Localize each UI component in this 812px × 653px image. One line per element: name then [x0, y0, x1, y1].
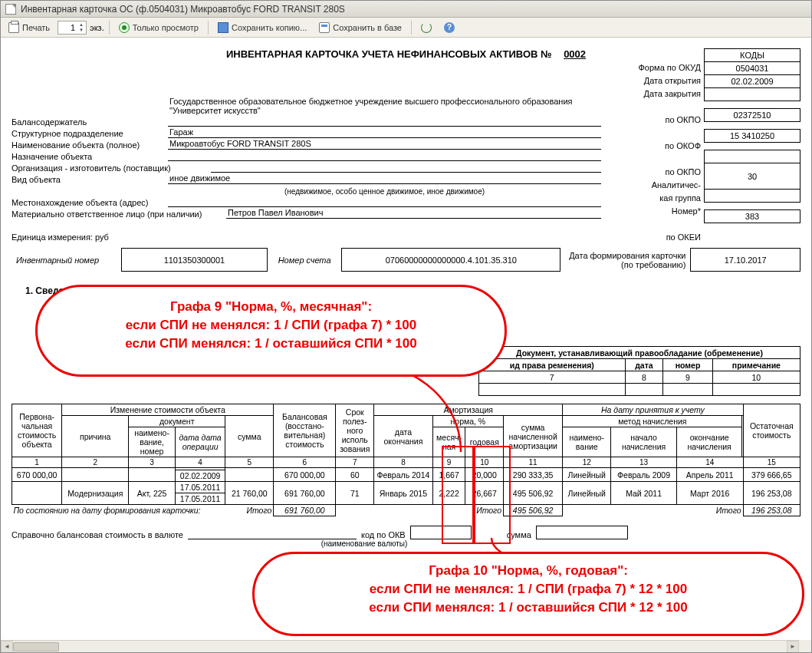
floppy-icon — [218, 22, 228, 33]
currency-footer: Справочно балансовая стоимость в валюте … — [12, 526, 800, 539]
horizontal-scrollbar[interactable]: ◄ ► — [1, 640, 799, 652]
ownership-docs-panel: Документ, устанавливающий правообладание… — [478, 341, 800, 396]
code-okud: 0504031 — [705, 62, 800, 75]
form-date-value: 17.10.2017 — [691, 249, 800, 272]
unit-value: Гараж — [168, 127, 601, 138]
spinner-up-icon[interactable]: ▲ — [77, 22, 86, 28]
copies-suffix: экз. — [90, 23, 104, 32]
responsible-value: Петров Павел Иванович — [226, 208, 601, 219]
eye-icon — [119, 22, 130, 33]
scroll-right-icon[interactable]: ► — [787, 641, 799, 653]
help-icon: ? — [444, 22, 455, 33]
code-open-date: 02.02.2009 — [705, 75, 800, 88]
docs-header: Документ, устанавливающий правообладание… — [479, 347, 800, 359]
kind-hint: (недвижимое, особо ценное движимое, иное… — [168, 187, 601, 196]
object-label: Наименование объекта (полное) — [12, 140, 168, 150]
scrollbar-thumb[interactable] — [13, 642, 59, 651]
document-number: 0002 — [564, 48, 586, 60]
balance-holder-value: Государственное образовательное бюджетно… — [168, 97, 601, 115]
separator — [109, 21, 110, 35]
help-button[interactable]: ? — [439, 20, 459, 35]
annotation-callout-1: Графа 9 "Норма, %, месячная": если СПИ н… — [35, 285, 507, 377]
refresh-button[interactable] — [416, 20, 436, 35]
database-icon — [319, 22, 330, 33]
account-value: 07060000000000000.4.101.35.310 — [342, 249, 561, 272]
purpose-label: Назначение объекта — [12, 152, 168, 161]
manufacturer-label: Организация - изготовитель (поставщик) — [12, 163, 211, 173]
separator — [208, 21, 209, 35]
scrollbar-corner — [799, 640, 811, 652]
codes-header: КОДЫ — [705, 49, 800, 62]
table-row: 670 000,00670 000,0060Февраль 20141,6672… — [12, 468, 800, 470]
inv-num-label: Инвентарный номер — [12, 249, 121, 272]
account-label: Номер счета — [267, 249, 341, 272]
location-label: Местонахождение объекта (адрес) — [12, 198, 168, 207]
toolbar: Печать ▲ ▼ экз. Только просмотр Сохранит… — [1, 18, 811, 38]
balance-holder-label: Балансодержатель — [12, 117, 168, 127]
copies-spinner[interactable]: ▲ ▼ — [58, 21, 87, 35]
manufacturer-value — [211, 162, 601, 173]
printer-icon — [8, 22, 19, 33]
window-title: Инвентарная карточка ОС (ф.0504031) Микр… — [21, 4, 345, 15]
app-window: Инвентарная карточка ОС (ф.0504031) Микр… — [0, 0, 812, 653]
scroll-left-icon[interactable]: ◄ — [1, 641, 13, 653]
form-date-label: Дата формирования карточки (по требовани… — [561, 249, 691, 272]
inv-num-value: 1101350300001 — [121, 249, 267, 272]
separator — [411, 21, 412, 35]
kind-value: иное движимое — [168, 173, 601, 184]
spinner-down-icon[interactable]: ▼ — [77, 28, 86, 33]
save-copy-button[interactable]: Сохранить копию... — [213, 20, 311, 35]
print-button[interactable]: Печать — [4, 20, 54, 35]
responsible-label: Материально ответственное лицо (при нали… — [12, 209, 226, 219]
sum-box — [536, 526, 628, 539]
copies-input[interactable] — [58, 23, 77, 32]
amortization-table: Первона- чальная стоимость объекта Измен… — [12, 404, 800, 516]
annotation-callout-2: Графа 10 "Норма, %, годовая": если СПИ н… — [252, 552, 804, 636]
object-value: Микроавтобус FORD TRANSIT 280S — [168, 139, 601, 150]
location-value — [168, 196, 601, 207]
purpose-value — [168, 150, 601, 161]
unit-label: Структурное подразделение — [12, 129, 168, 138]
document-icon — [5, 4, 16, 15]
currency-hint: (наименование валюты) — [196, 539, 533, 548]
okv-box — [410, 526, 472, 539]
table-row: МодернизацияАкт, 22517.05.201121 760,006… — [12, 482, 800, 493]
refresh-icon — [421, 22, 432, 33]
measure-label: Единица измерения: руб — [12, 233, 168, 242]
info-row: Инвентарный номер 1101350300001 Номер сч… — [12, 248, 800, 272]
title-bar: Инвентарная карточка ОС (ф.0504031) Микр… — [1, 1, 811, 18]
kind-label: Вид объекта — [12, 175, 168, 184]
preview-button[interactable]: Только просмотр — [114, 20, 203, 35]
save-db-button[interactable]: Сохранить в базе — [314, 20, 406, 35]
